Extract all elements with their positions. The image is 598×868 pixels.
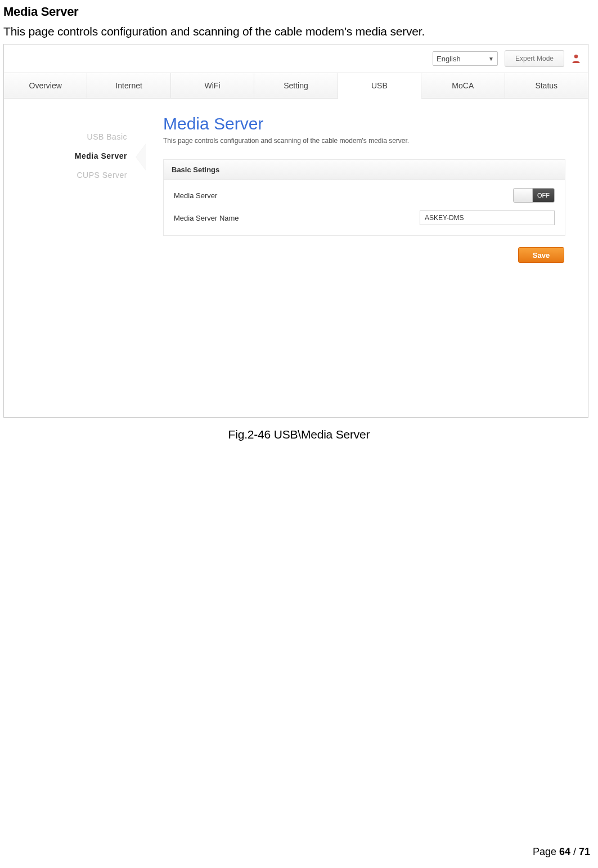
media-server-label: Media Server [174,191,513,200]
page-prefix: Page [533,846,559,857]
page-header: Media Server This page controls configur… [163,114,565,145]
expert-mode-button[interactable]: Expert Mode [505,50,564,67]
tab-status[interactable]: Status [505,73,588,98]
page-total: 71 [579,846,590,857]
basic-settings-panel: Basic Setings Media Server OFF Media Ser… [163,159,565,236]
tab-overview[interactable]: Overview [4,73,87,98]
tab-usb[interactable]: USB [338,73,421,98]
page-sep: / [570,846,579,857]
expert-mode-label: Expert Mode [515,55,554,62]
content-area: Media Server This page controls configur… [147,99,588,417]
main-nav: Overview Internet WiFi Setting USB MoCA … [4,73,588,99]
chevron-down-icon: ▼ [488,56,494,62]
tab-label: Setting [284,81,308,90]
toggle-knob [514,189,533,202]
top-bar: English ▼ Expert Mode [4,44,588,73]
user-icon[interactable] [571,53,581,64]
language-select-value: English [437,55,461,63]
media-server-name-label: Media Server Name [174,214,420,222]
router-screenshot: English ▼ Expert Mode Overview Internet … [3,44,588,418]
row-media-server-toggle: Media Server OFF [174,188,555,203]
tab-setting[interactable]: Setting [254,73,338,98]
tab-label: WiFi [205,81,221,90]
panel-body: Media Server OFF Media Server Name [164,180,565,235]
side-nav: USB Basic Media Server CUPS Server [4,99,147,417]
save-button-label: Save [533,251,550,259]
tab-label: Overview [29,81,62,90]
tab-label: Internet [115,81,142,90]
sidenav-item-media-server[interactable]: Media Server [4,151,127,160]
svg-point-0 [574,55,578,58]
sidenav-item-cups-server[interactable]: CUPS Server [4,171,127,180]
tab-label: USB [371,81,388,90]
tab-wifi[interactable]: WiFi [171,73,254,98]
tab-moca[interactable]: MoCA [421,73,505,98]
tab-internet[interactable]: Internet [87,73,170,98]
doc-section-title: Media Server [3,5,595,19]
toggle-state: OFF [533,189,554,202]
media-server-name-input[interactable] [420,211,555,225]
save-row: Save [163,236,565,263]
row-media-server-name: Media Server Name [174,211,555,225]
page-footer: Page 64 / 71 [533,846,590,858]
panel-header: Basic Setings [164,160,565,180]
media-server-toggle[interactable]: OFF [513,188,555,203]
tab-label: MoCA [452,81,474,90]
page-title: Media Server [163,114,565,133]
tab-label: Status [535,81,557,90]
doc-section-desc: This page controls configuration and sca… [3,25,595,38]
language-select[interactable]: English ▼ [433,51,498,66]
figure-caption: Fig.2-46 USB\Media Server [3,428,595,441]
router-body: USB Basic Media Server CUPS Server Media… [4,99,588,417]
page-current: 64 [559,846,570,857]
page-subtitle: This page controls configuration and sca… [163,137,565,145]
save-button[interactable]: Save [518,247,564,263]
sidenav-item-usb-basic[interactable]: USB Basic [4,132,127,141]
